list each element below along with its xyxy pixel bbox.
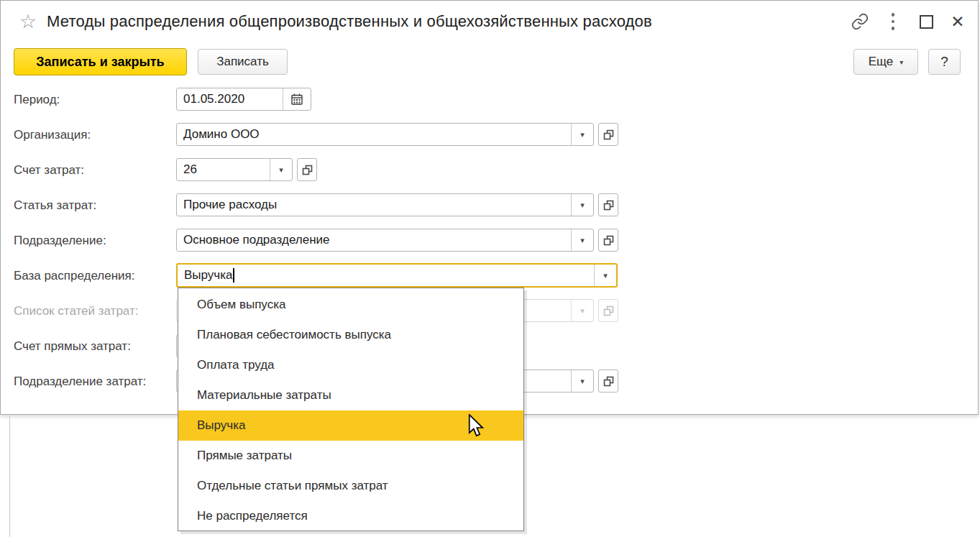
cost-item-list-open-button [598,299,618,322]
dropdown-arrow-icon: ▾ [580,237,585,244]
cost-department-dropdown-button[interactable]: ▾ [571,370,593,392]
dropdown-item[interactable]: Оплата труда [178,350,523,380]
department-value: Основное подразделение [177,229,571,251]
distribution-base-dropdown-button[interactable]: ▾ [594,265,616,286]
department-input[interactable]: Основное подразделение ▾ [176,229,594,252]
distribution-base-value: Выручка [178,265,594,286]
save-and-close-button[interactable]: Записать и закрыть [14,48,187,75]
vertical-ellipsis-icon [892,11,895,32]
organization-dropdown-button[interactable]: ▾ [571,124,593,145]
dropdown-arrow-icon: ▾ [603,272,608,280]
cost-account-dropdown-button[interactable]: ▾ [270,159,292,180]
cost-item-dropdown-button[interactable]: ▾ [571,194,593,216]
direct-cost-account-label: Счет прямых затрат: [14,339,131,354]
calendar-icon [290,93,303,106]
cost-account-input[interactable]: 26 ▾ [176,158,293,181]
open-form-icon [603,129,615,141]
calendar-button[interactable] [283,88,311,110]
window-menu-button[interactable] [881,9,905,34]
help-button[interactable]: ? [928,49,961,75]
dropdown-item[interactable]: Объем выпуска [178,290,523,320]
cost-department-open-button[interactable] [598,370,618,393]
dropdown-arrow-icon: ▾ [580,377,585,385]
open-form-icon [603,375,615,387]
cost-item-label: Статья затрат: [14,198,96,213]
cost-account-label: Счет затрат: [14,163,84,178]
maximize-button[interactable] [914,9,938,34]
cost-item-list-dropdown-button: ▾ [571,300,593,321]
period-value: 01.05.2020 [177,88,283,110]
link-icon [851,12,869,31]
department-label: Подразделение: [14,234,106,248]
distribution-base-dropdown-list: Объем выпуска Плановая себестоимость вып… [178,288,524,531]
chevron-down-icon: ▾ [899,58,903,66]
dropdown-arrow-icon: ▾ [580,201,585,209]
open-form-icon [301,164,313,176]
open-form-icon [603,199,615,211]
favorite-star-icon[interactable]: ☆ [19,11,37,32]
department-open-button[interactable] [598,229,618,252]
dropdown-item[interactable]: Отдельные статьи прямых затрат [178,471,523,501]
cost-department-label: Подразделение затрат: [14,375,146,389]
organization-open-button[interactable] [598,123,618,146]
dropdown-item[interactable]: Не распределяется [178,501,523,531]
dropdown-item[interactable]: Плановая себестоимость выпуска [178,320,523,350]
cost-item-value: Прочие расходы [177,194,571,216]
cost-account-value: 26 [177,159,270,180]
mouse-cursor-icon [467,414,485,437]
text-caret [233,268,234,283]
more-button-label: Еще [869,55,894,69]
cost-item-open-button[interactable] [598,193,618,216]
dropdown-item[interactable]: Материальные затраты [178,380,523,410]
distribution-base-label: База распределения: [14,269,135,283]
cost-item-list-label: Список статей затрат: [14,304,138,318]
period-input[interactable]: 01.05.2020 [176,88,311,111]
cost-item-input[interactable]: Прочие расходы ▾ [176,193,594,216]
organization-label: Организация: [14,128,91,142]
cost-account-open-button[interactable] [297,158,317,181]
organization-input[interactable]: Домино ООО ▾ [176,123,594,146]
dropdown-arrow-icon: ▾ [279,166,283,174]
dropdown-arrow-icon: ▾ [580,131,585,139]
distribution-base-input[interactable]: Выручка ▾ [176,263,618,288]
open-form-icon [603,305,615,317]
window-title: Методы распределения общепроизводственны… [47,12,652,31]
department-dropdown-button[interactable]: ▾ [571,229,593,251]
open-form-icon [603,234,615,247]
dropdown-item[interactable]: Прямые затраты [178,441,523,471]
organization-value: Домино ООО [177,124,571,145]
maximize-icon [920,15,933,29]
title-bar: ☆ Методы распределения общепроизводствен… [1,1,978,42]
save-button[interactable]: Записать [198,49,288,75]
more-button[interactable]: Еще ▾ [853,49,918,75]
period-label: Период: [14,93,60,107]
background-window-edge [9,416,10,537]
dropdown-arrow-icon: ▾ [580,307,585,315]
close-button[interactable]: ✕ [945,9,970,34]
copy-link-button[interactable] [848,9,872,34]
